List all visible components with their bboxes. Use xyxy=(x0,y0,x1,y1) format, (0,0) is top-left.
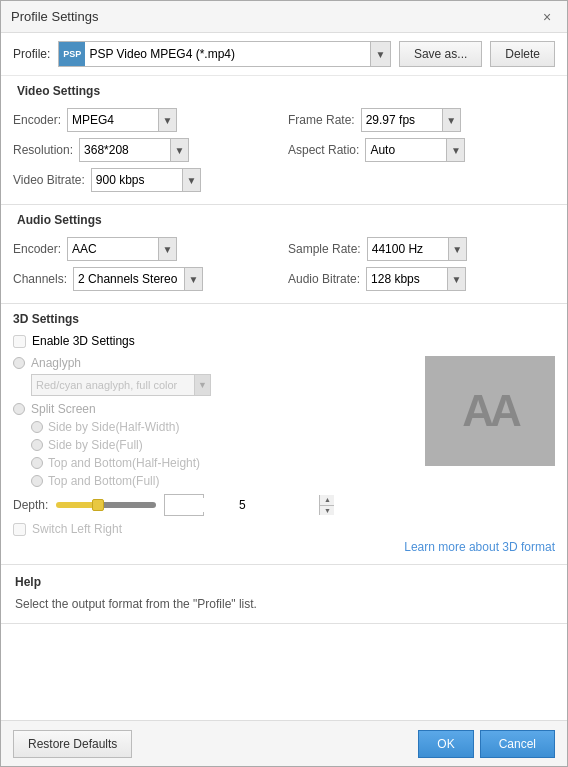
anaglyph-label: Anaglyph xyxy=(31,356,81,370)
profile-select[interactable]: PSP Video MPEG4 (*.mp4) xyxy=(85,47,370,61)
split-option-1: Side by Side(Half-Width) xyxy=(31,420,413,434)
frame-rate-select-box[interactable]: 29.97 fps ▼ xyxy=(361,108,461,132)
video-bitrate-select-box[interactable]: 900 kbps ▼ xyxy=(91,168,201,192)
depth-slider-thumb[interactable] xyxy=(92,499,104,511)
close-button[interactable]: × xyxy=(537,7,557,27)
help-section: Help Select the output format from the "… xyxy=(1,565,567,624)
three-d-left: Anaglyph Red/cyan anaglyph, full color ▼ xyxy=(13,356,413,536)
audio-settings-grid: Encoder: AAC ▼ Sample Rate: 44100 Hz xyxy=(13,237,555,291)
enable-3d-row: Enable 3D Settings xyxy=(13,334,555,348)
switch-left-right: Switch Left Right xyxy=(13,522,122,536)
footer-right: OK Cancel xyxy=(418,730,555,758)
anaglyph-arrow: ▼ xyxy=(194,375,210,395)
profile-label: Profile: xyxy=(13,47,50,61)
audio-bitrate-label: Audio Bitrate: xyxy=(288,272,360,286)
resolution-select-box[interactable]: 368*208 ▼ xyxy=(79,138,189,162)
split-option-2-radio xyxy=(31,439,43,451)
video-settings-section: Video Settings Encoder: MPEG4 ▼ Frame Ra… xyxy=(1,76,567,205)
aspect-ratio-select[interactable]: Auto xyxy=(366,143,446,157)
video-settings-title: Video Settings xyxy=(13,84,555,98)
frame-rate-label: Frame Rate: xyxy=(288,113,355,127)
split-option-4-radio xyxy=(31,475,43,487)
switch-left-right-label: Switch Left Right xyxy=(32,522,122,536)
sample-rate-select[interactable]: 44100 Hz xyxy=(368,242,448,256)
channels-select-box[interactable]: 2 Channels Stereo ▼ xyxy=(73,267,203,291)
help-text: Select the output format from the "Profi… xyxy=(15,595,553,613)
profile-dropdown-arrow: ▼ xyxy=(370,42,390,66)
help-title: Help xyxy=(15,575,553,589)
depth-input[interactable] xyxy=(165,498,319,512)
audio-bitrate-select[interactable]: 128 kbps xyxy=(367,272,447,286)
frame-rate-arrow: ▼ xyxy=(442,109,460,131)
preview-aa-text: AA xyxy=(462,386,518,436)
dialog-title: Profile Settings xyxy=(11,9,98,24)
profile-select-wrapper[interactable]: PSP PSP Video MPEG4 (*.mp4) ▼ xyxy=(58,41,391,67)
channels-label: Channels: xyxy=(13,272,67,286)
learn-more-link[interactable]: Learn more about 3D format xyxy=(404,540,555,554)
video-bitrate-select[interactable]: 900 kbps xyxy=(92,173,182,187)
depth-increment[interactable]: ▲ xyxy=(320,495,334,506)
audio-encoder-arrow: ▼ xyxy=(158,238,176,260)
audio-settings-section: Audio Settings Encoder: AAC ▼ Sample Rat… xyxy=(1,205,567,304)
title-bar: Profile Settings × xyxy=(1,1,567,33)
audio-encoder-cell: Encoder: AAC ▼ xyxy=(13,237,280,261)
split-option-3: Top and Bottom(Half-Height) xyxy=(31,456,413,470)
save-as-button[interactable]: Save as... xyxy=(399,41,482,67)
anaglyph-section: Anaglyph Red/cyan anaglyph, full color ▼ xyxy=(13,356,413,396)
depth-slider[interactable] xyxy=(56,502,156,508)
audio-bitrate-cell: Audio Bitrate: 128 kbps ▼ xyxy=(288,267,555,291)
video-bitrate-arrow: ▼ xyxy=(182,169,200,191)
depth-decrement[interactable]: ▼ xyxy=(320,506,334,516)
depth-spinners: ▲ ▼ xyxy=(319,495,334,515)
video-bitrate-label: Video Bitrate: xyxy=(13,173,85,187)
split-option-1-radio xyxy=(31,421,43,433)
encoder-select[interactable]: MPEG4 xyxy=(68,113,158,127)
restore-defaults-button[interactable]: Restore Defaults xyxy=(13,730,132,758)
resolution-arrow: ▼ xyxy=(170,139,188,161)
anaglyph-radio xyxy=(13,357,25,369)
enable-3d-checkbox[interactable] xyxy=(13,335,26,348)
split-screen-label: Split Screen xyxy=(31,402,96,416)
enable-3d-label: Enable 3D Settings xyxy=(32,334,135,348)
channels-arrow: ▼ xyxy=(184,268,202,290)
audio-encoder-select[interactable]: AAC xyxy=(68,242,158,256)
encoder-cell: Encoder: MPEG4 ▼ xyxy=(13,108,280,132)
aspect-ratio-select-box[interactable]: Auto ▼ xyxy=(365,138,465,162)
three-d-body: Anaglyph Red/cyan anaglyph, full color ▼ xyxy=(13,356,555,536)
anaglyph-select: Red/cyan anaglyph, full color xyxy=(32,379,194,391)
switch-row: Switch Left Right xyxy=(13,522,413,536)
3d-preview: AA xyxy=(425,356,555,466)
cancel-button[interactable]: Cancel xyxy=(480,730,555,758)
ok-button[interactable]: OK xyxy=(418,730,473,758)
settings-3d-title: 3D Settings xyxy=(13,312,555,326)
aspect-ratio-label: Aspect Ratio: xyxy=(288,143,359,157)
frame-rate-select[interactable]: 29.97 fps xyxy=(362,113,442,127)
anaglyph-title: Anaglyph xyxy=(13,356,413,370)
sample-rate-arrow: ▼ xyxy=(448,238,466,260)
audio-settings-title: Audio Settings xyxy=(13,213,555,227)
learn-more-row: Learn more about 3D format xyxy=(13,540,555,554)
split-screen-title: Split Screen xyxy=(13,402,413,416)
resolution-label: Resolution: xyxy=(13,143,73,157)
audio-encoder-select-box[interactable]: AAC ▼ xyxy=(67,237,177,261)
depth-number-wrap[interactable]: ▲ ▼ xyxy=(164,494,204,516)
aspect-ratio-arrow: ▼ xyxy=(446,139,464,161)
encoder-arrow: ▼ xyxy=(158,109,176,131)
split-option-2: Side by Side(Full) xyxy=(31,438,413,452)
resolution-cell: Resolution: 368*208 ▼ xyxy=(13,138,280,162)
video-bitrate-cell: Video Bitrate: 900 kbps ▼ xyxy=(13,168,280,192)
resolution-select[interactable]: 368*208 xyxy=(80,143,170,157)
sample-rate-select-box[interactable]: 44100 Hz ▼ xyxy=(367,237,467,261)
audio-bitrate-select-box[interactable]: 128 kbps ▼ xyxy=(366,267,466,291)
profile-icon: PSP xyxy=(59,42,85,66)
channels-select[interactable]: 2 Channels Stereo xyxy=(74,272,184,286)
delete-button[interactable]: Delete xyxy=(490,41,555,67)
encoder-select-box[interactable]: MPEG4 ▼ xyxy=(67,108,177,132)
split-option-4: Top and Bottom(Full) xyxy=(31,474,413,488)
profile-settings-dialog: Profile Settings × Profile: PSP PSP Vide… xyxy=(0,0,568,767)
depth-label: Depth: xyxy=(13,498,48,512)
sample-rate-label: Sample Rate: xyxy=(288,242,361,256)
profile-row: Profile: PSP PSP Video MPEG4 (*.mp4) ▼ S… xyxy=(1,33,567,76)
split-screen-section: Split Screen Side by Side(Half-Width) Si… xyxy=(13,402,413,488)
main-content: Video Settings Encoder: MPEG4 ▼ Frame Ra… xyxy=(1,76,567,720)
